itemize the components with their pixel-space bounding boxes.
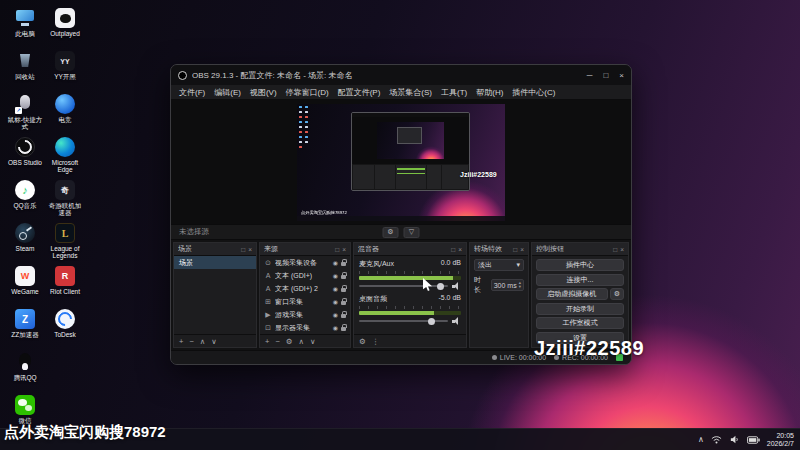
popout-icon[interactable]: □ [613, 246, 617, 253]
scene-list-item[interactable]: 场景 [174, 256, 256, 269]
desktop-icons-column-2: Outplayed YY开黑 电竞 Microsoft Edge 奇游联机加速器… [46, 8, 84, 345]
popout-icon[interactable]: □ [451, 246, 455, 253]
source-row[interactable]: ⊙ 视频采集设备 ◉ [260, 256, 350, 269]
source-row[interactable]: A 文本 (GDI+) ◉ [260, 269, 350, 282]
visibility-eye-icon[interactable]: ◉ [333, 311, 338, 318]
desktop-icon-steam[interactable]: Steam [6, 223, 44, 259]
obs-icon [15, 137, 35, 157]
remove-source-button[interactable]: − [275, 337, 279, 346]
menu-edit[interactable]: 编辑(E) [214, 87, 241, 98]
visibility-eye-icon[interactable]: ◉ [333, 272, 338, 279]
source-row[interactable]: ⊞ 窗口采集 ◉ [260, 295, 350, 308]
virtual-camera-button[interactable]: 启动虚拟摄像机 [536, 288, 608, 300]
move-source-up-button[interactable]: ∧ [299, 337, 305, 346]
source-name: 窗口采集 [275, 297, 330, 307]
tray-chevron-up-icon[interactable]: ∧ [698, 435, 704, 444]
desktop-icon-todesk[interactable]: ToDesk [46, 309, 84, 345]
close-icon[interactable]: × [342, 246, 346, 253]
desktop-icon-recycle-bin[interactable]: 回收站 [6, 51, 44, 87]
obs-window[interactable]: OBS 29.1.3 - 配置文件: 未命名 - 场景: 未命名 ─ □ × 文… [170, 64, 632, 365]
plugin-center-button[interactable]: 插件中心 [536, 259, 624, 271]
lock-icon[interactable] [341, 288, 346, 292]
streaming-connecting-button[interactable]: 连接中... [536, 274, 624, 286]
menu-file[interactable]: 文件(F) [179, 87, 205, 98]
menu-plugin-center[interactable]: 插件中心(C) [512, 87, 555, 98]
desktop-icon-mouse-shortcut[interactable]: 鼠标-快捷方式 [6, 94, 44, 130]
preview-capture: Jziii#22589 点外卖淘宝闪购搜78972 [297, 104, 505, 221]
studio-mode-button[interactable]: 工作室模式 [536, 317, 624, 329]
taskbar-clock[interactable]: 20:05 2026/2/7 [767, 432, 794, 448]
source-properties-gear-icon[interactable]: ⚙ [286, 337, 293, 346]
virtual-camera-settings-button[interactable]: ⚙ [610, 288, 624, 300]
source-row[interactable]: A 文本 (GDI+) 2 ◉ [260, 282, 350, 295]
close-icon[interactable]: × [520, 246, 524, 253]
desktop-icon-qiyou[interactable]: 奇游联机加速器 [46, 180, 84, 216]
lock-icon[interactable] [341, 275, 346, 279]
audio-mixer-panel: 混音器 □ × 麦克风/Aux 0.0 dB [353, 242, 467, 348]
volume-slider-knob[interactable] [428, 318, 435, 325]
source-row[interactable]: ▶ 游戏采集 ◉ [260, 308, 350, 321]
visibility-eye-icon[interactable]: ◉ [333, 324, 338, 331]
source-row[interactable]: ⊡ 显示器采集 ◉ [260, 321, 350, 334]
desktop-icon-league-of-legends[interactable]: League of Legends [46, 223, 84, 259]
wifi-icon[interactable] [711, 434, 722, 445]
desktop-icon-this-pc[interactable]: 此电脑 [6, 8, 44, 44]
popout-icon[interactable]: □ [335, 246, 339, 253]
visibility-eye-icon[interactable]: ◉ [333, 259, 338, 266]
menu-view[interactable]: 视图(V) [250, 87, 277, 98]
menu-help[interactable]: 帮助(H) [476, 87, 503, 98]
menu-profile[interactable]: 配置文件(P) [338, 87, 381, 98]
close-icon[interactable]: × [248, 246, 252, 253]
desktop-icon-riot-client[interactable]: Riot Client [46, 266, 84, 302]
mixer-settings-gear-icon[interactable]: ⚙ [359, 337, 366, 346]
remove-scene-button[interactable]: − [189, 337, 193, 346]
desktop-icon-edge[interactable]: Microsoft Edge [46, 137, 84, 173]
lock-icon[interactable] [341, 314, 346, 318]
menu-tools[interactable]: 工具(T) [441, 87, 467, 98]
desktop-icon-obs-studio[interactable]: OBS Studio [6, 137, 44, 173]
mixer-more-icon[interactable]: ⋮ [372, 337, 380, 346]
lock-icon[interactable] [341, 327, 346, 331]
source-filters-button[interactable]: ▽ [404, 227, 420, 238]
start-recording-button[interactable]: 开始录制 [536, 303, 624, 315]
lock-icon[interactable] [341, 262, 346, 266]
obs-titlebar[interactable]: OBS 29.1.3 - 配置文件: 未命名 - 场景: 未命名 ─ □ × [171, 65, 631, 85]
visibility-eye-icon[interactable]: ◉ [333, 298, 338, 305]
add-source-button[interactable]: + [265, 337, 269, 346]
spinner-down-icon[interactable]: ▾ [519, 285, 521, 289]
add-scene-button[interactable]: + [179, 337, 183, 346]
popout-icon[interactable]: □ [241, 246, 245, 253]
close-icon[interactable]: × [458, 246, 462, 253]
menu-scene-collection[interactable]: 场景集合(S) [389, 87, 432, 98]
close-icon[interactable]: × [619, 71, 624, 80]
transition-select[interactable]: 淡出 ▾ [474, 259, 524, 271]
volume-slider[interactable] [359, 285, 448, 287]
minimize-icon[interactable]: ─ [587, 71, 593, 80]
desktop-icon-outplayed[interactable]: Outplayed [46, 8, 84, 44]
desktop-icon-wegame[interactable]: WeGame [6, 266, 44, 302]
move-scene-up-button[interactable]: ∧ [200, 337, 206, 346]
volume-icon[interactable] [729, 434, 740, 445]
desktop-icon-yy[interactable]: YY开黑 [46, 51, 84, 87]
menu-docks[interactable]: 停靠窗口(D) [286, 87, 329, 98]
volume-slider[interactable] [359, 320, 448, 322]
desktop-icon-zz-accelerator[interactable]: ZZ加速器 [6, 309, 44, 345]
lock-icon[interactable] [341, 301, 346, 305]
popout-icon[interactable]: □ [513, 246, 517, 253]
visibility-eye-icon[interactable]: ◉ [333, 285, 338, 292]
volume-slider-knob[interactable] [437, 283, 444, 290]
move-scene-down-button[interactable]: ∨ [211, 337, 217, 346]
maximize-icon[interactable]: □ [603, 71, 608, 80]
battery-icon[interactable] [747, 436, 760, 444]
close-icon[interactable]: × [620, 246, 624, 253]
duration-spinbox[interactable]: 300 ms ▴ ▾ [491, 279, 524, 291]
speaker-icon[interactable] [452, 282, 461, 290]
no-source-label: 未选择源 [179, 227, 209, 237]
speaker-icon[interactable] [452, 317, 461, 325]
qq-penguin-icon [15, 352, 35, 372]
desktop-icon-esports[interactable]: 电竞 [46, 94, 84, 130]
desktop-icon-qq-music[interactable]: QQ音乐 [6, 180, 44, 216]
move-source-down-button[interactable]: ∨ [310, 337, 316, 346]
desktop-icon-tencent-qq[interactable]: 腾讯QQ [6, 352, 44, 388]
source-properties-button[interactable]: ⚙ [383, 227, 399, 238]
